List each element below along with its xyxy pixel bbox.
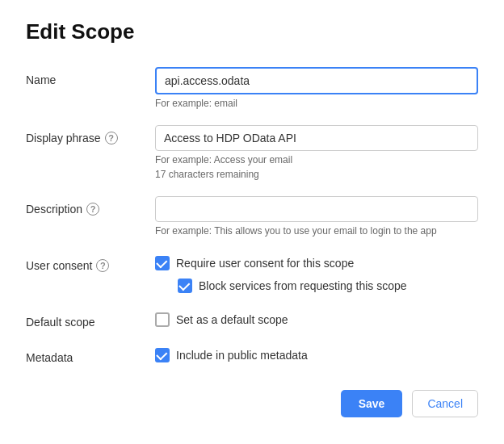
page-title: Edit Scope — [26, 19, 478, 44]
user-consent-input-col: Require user consent for this scope Bloc… — [155, 253, 478, 293]
display-phrase-label: Display phrase ? — [26, 125, 155, 145]
display-phrase-row: Display phrase ? For example: Access you… — [26, 125, 478, 180]
description-input[interactable] — [155, 196, 478, 222]
name-input[interactable] — [155, 67, 478, 94]
user-consent-label: User consent ? — [26, 253, 155, 272]
block-services-row: Block services from requesting this scop… — [178, 279, 478, 293]
description-input-col: For example: This allows you to use your… — [155, 196, 478, 237]
set-default-row: Set as a default scope — [155, 312, 478, 327]
require-consent-checkbox[interactable] — [155, 256, 170, 270]
set-default-label[interactable]: Set as a default scope — [176, 313, 288, 326]
user-consent-help-icon[interactable]: ? — [96, 259, 109, 272]
require-consent-label[interactable]: Require user consent for this scope — [176, 257, 354, 270]
name-input-col: For example: email — [155, 67, 478, 109]
name-label: Name — [26, 67, 155, 86]
user-consent-row: User consent ? Require user consent for … — [26, 253, 478, 293]
require-consent-row: Require user consent for this scope — [155, 256, 478, 270]
footer: Save Cancel — [26, 390, 478, 417]
save-button[interactable]: Save — [341, 390, 403, 417]
block-services-checkbox[interactable] — [178, 279, 192, 293]
cancel-button[interactable]: Cancel — [412, 390, 478, 417]
default-scope-checkbox-group: Set as a default scope — [155, 309, 478, 327]
name-row: Name For example: email — [26, 67, 478, 109]
include-metadata-label[interactable]: Include in public metadata — [176, 349, 308, 362]
display-phrase-hint1: For example: Access your email — [155, 154, 478, 165]
metadata-checkbox-group: Include in public metadata — [155, 345, 478, 362]
include-metadata-row: Include in public metadata — [155, 348, 478, 362]
description-label: Description ? — [26, 196, 155, 216]
metadata-label: Metadata — [26, 345, 155, 364]
description-hint: For example: This allows you to use your… — [155, 225, 478, 237]
metadata-input-col: Include in public metadata — [155, 345, 478, 362]
block-services-label[interactable]: Block services from requesting this scop… — [199, 279, 407, 292]
user-consent-checkbox-group: Require user consent for this scope Bloc… — [155, 253, 478, 293]
description-row: Description ? For example: This allows y… — [26, 196, 478, 237]
name-hint: For example: email — [155, 98, 478, 109]
metadata-row: Metadata Include in public metadata — [26, 345, 478, 364]
set-default-checkbox[interactable] — [155, 312, 170, 327]
include-metadata-checkbox[interactable] — [155, 348, 170, 362]
display-phrase-input[interactable] — [155, 125, 478, 151]
description-help-icon[interactable]: ? — [86, 203, 99, 216]
default-scope-label: Default scope — [26, 309, 155, 329]
display-phrase-input-col: For example: Access your email 17 charac… — [155, 125, 478, 180]
default-scope-input-col: Set as a default scope — [155, 309, 478, 327]
display-phrase-hint2: 17 characters remaining — [155, 169, 478, 180]
default-scope-row: Default scope Set as a default scope — [26, 309, 478, 329]
display-phrase-help-icon[interactable]: ? — [105, 132, 118, 145]
